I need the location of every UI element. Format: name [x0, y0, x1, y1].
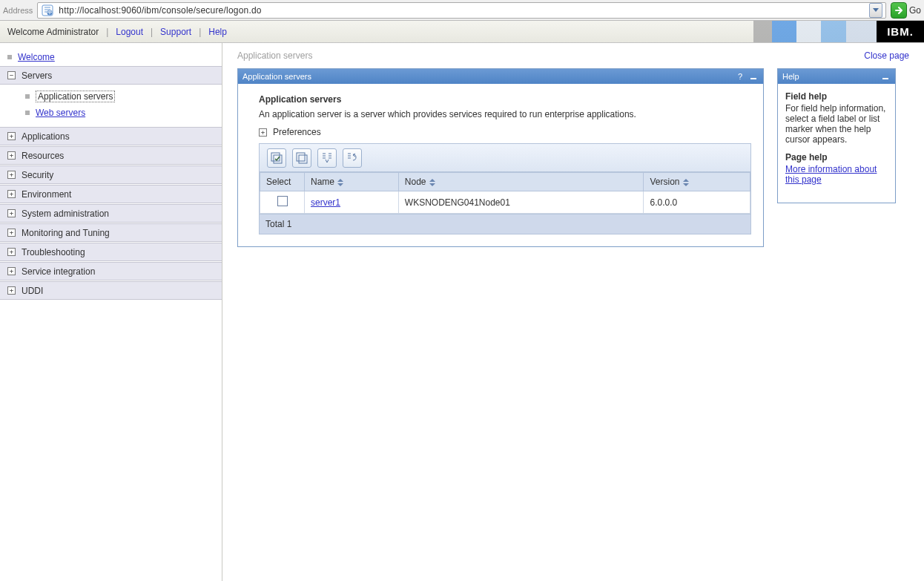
- nav-environment[interactable]: + Environment: [0, 185, 222, 203]
- go-button[interactable]: Go: [891, 2, 921, 19]
- nav-resources[interactable]: + Resources: [0, 146, 222, 165]
- nav-uddi[interactable]: + UDDI: [0, 281, 222, 300]
- address-input[interactable]: http://localhost:9060/ibm/console/secure…: [37, 2, 886, 19]
- table-toolbar: [260, 144, 750, 172]
- nav-welcome[interactable]: Welcome: [0, 49, 222, 65]
- expand-icon[interactable]: +: [7, 286, 16, 295]
- nav-application-servers[interactable]: Application servers: [0, 88, 222, 105]
- clear-filter-button[interactable]: [343, 148, 362, 168]
- deselect-all-button[interactable]: [292, 148, 311, 168]
- page-help-link[interactable]: More information about this page: [785, 164, 877, 185]
- help-titlebar: Help: [778, 69, 895, 84]
- table-footer: Total 1: [260, 214, 750, 234]
- portlet-minimize-icon[interactable]: [748, 71, 759, 82]
- go-arrow-icon: [891, 2, 907, 19]
- sort-icon[interactable]: [337, 179, 343, 186]
- help-link[interactable]: Help: [208, 27, 227, 37]
- main-content: Application servers Close page Applicati…: [222, 43, 924, 581]
- sort-icon[interactable]: [429, 179, 435, 186]
- go-label: Go: [909, 5, 921, 16]
- collapse-icon[interactable]: −: [7, 71, 16, 79]
- application-servers-portlet: Application servers ? Application server…: [237, 68, 764, 247]
- nav-troubleshooting[interactable]: + Troubleshooting: [0, 243, 222, 261]
- address-url: http://localhost:9060/ibm/console/secure…: [56, 5, 868, 16]
- support-link[interactable]: Support: [160, 27, 191, 37]
- close-page-link[interactable]: Close page: [864, 50, 909, 61]
- page-help-title: Page help: [785, 152, 888, 163]
- console-header: Welcome Administrator | Logout | Support…: [0, 21, 924, 43]
- section-heading: Application servers: [259, 94, 751, 105]
- portlet-title: Application servers: [242, 72, 311, 81]
- bullet-icon: [25, 111, 30, 115]
- server-name-link[interactable]: server1: [311, 197, 340, 208]
- nav-sidebar: Welcome − Servers Application servers We…: [0, 43, 222, 581]
- welcome-text: Welcome Administrator: [7, 27, 99, 37]
- address-dropdown-button[interactable]: [869, 3, 882, 18]
- expand-icon[interactable]: +: [7, 132, 16, 140]
- field-help-title: Field help: [785, 91, 888, 102]
- breadcrumb: Application servers: [237, 50, 312, 61]
- server-version: 6.0.0.0: [644, 191, 750, 214]
- nav-servers-subtree: Application servers Web servers: [0, 85, 222, 127]
- col-select[interactable]: Select: [260, 173, 305, 191]
- portlet-minimize-icon[interactable]: [880, 71, 891, 82]
- expand-icon[interactable]: +: [7, 267, 16, 275]
- browser-address-bar: Address http://localhost:9060/ibm/consol…: [0, 0, 924, 21]
- nav-servers[interactable]: − Servers: [0, 66, 222, 85]
- svg-rect-7: [882, 78, 888, 79]
- sort-icon[interactable]: [683, 179, 689, 186]
- nav-application-servers-label: Application servers: [36, 91, 115, 102]
- expand-icon[interactable]: +: [7, 248, 16, 256]
- help-portlet: Help Field help For field help informati…: [777, 68, 896, 203]
- nav-welcome-label[interactable]: Welcome: [18, 52, 55, 62]
- server-node: WKSNODENG041Node01: [398, 191, 644, 214]
- nav-service-integration[interactable]: + Service integration: [0, 262, 222, 280]
- nav-system-administration[interactable]: + System administration: [0, 204, 222, 223]
- servers-table-wrap: Select Name Node Version server1: [259, 143, 751, 234]
- help-title: Help: [782, 72, 799, 81]
- preferences-toggle[interactable]: + Preferences: [259, 127, 751, 137]
- expand-icon[interactable]: +: [7, 151, 16, 160]
- logout-link[interactable]: Logout: [116, 27, 143, 37]
- expand-icon[interactable]: +: [7, 209, 16, 217]
- row-select-checkbox[interactable]: [277, 196, 288, 206]
- expand-icon[interactable]: +: [7, 229, 16, 237]
- portlet-titlebar: Application servers ?: [238, 69, 763, 84]
- nav-servers-label: Servers: [22, 70, 52, 81]
- section-description: An application server is a server which …: [259, 109, 751, 119]
- nav-applications[interactable]: + Applications: [0, 127, 222, 145]
- preferences-label: Preferences: [273, 127, 321, 137]
- brand-strip: IBM.: [753, 21, 924, 42]
- brand-pattern: [753, 21, 877, 42]
- svg-rect-6: [299, 155, 307, 163]
- col-version[interactable]: Version: [644, 173, 750, 191]
- servers-table: Select Name Node Version server1: [260, 172, 750, 214]
- bullet-icon: [7, 55, 12, 59]
- expand-icon[interactable]: +: [7, 171, 16, 179]
- nav-web-servers[interactable]: Web servers: [0, 105, 222, 121]
- portlet-help-icon[interactable]: ?: [735, 71, 745, 82]
- filter-button[interactable]: [317, 148, 337, 168]
- expand-icon[interactable]: +: [7, 190, 16, 198]
- table-row: server1 WKSNODENG041Node01 6.0.0.0: [260, 191, 750, 214]
- col-node[interactable]: Node: [398, 173, 644, 191]
- field-help-text: For field help information, select a fie…: [785, 103, 885, 145]
- ibm-logo: IBM.: [877, 21, 924, 42]
- address-label: Address: [3, 6, 33, 15]
- select-all-button[interactable]: [267, 148, 286, 168]
- nav-security[interactable]: + Security: [0, 165, 222, 184]
- nav-monitoring-tuning[interactable]: + Monitoring and Tuning: [0, 223, 222, 242]
- svg-rect-5: [297, 153, 305, 161]
- svg-rect-2: [750, 78, 756, 79]
- nav-web-servers-label[interactable]: Web servers: [36, 108, 85, 118]
- bullet-icon: [25, 94, 30, 99]
- expand-icon[interactable]: +: [259, 128, 267, 137]
- ie-page-icon: [41, 4, 54, 17]
- col-name[interactable]: Name: [305, 173, 399, 191]
